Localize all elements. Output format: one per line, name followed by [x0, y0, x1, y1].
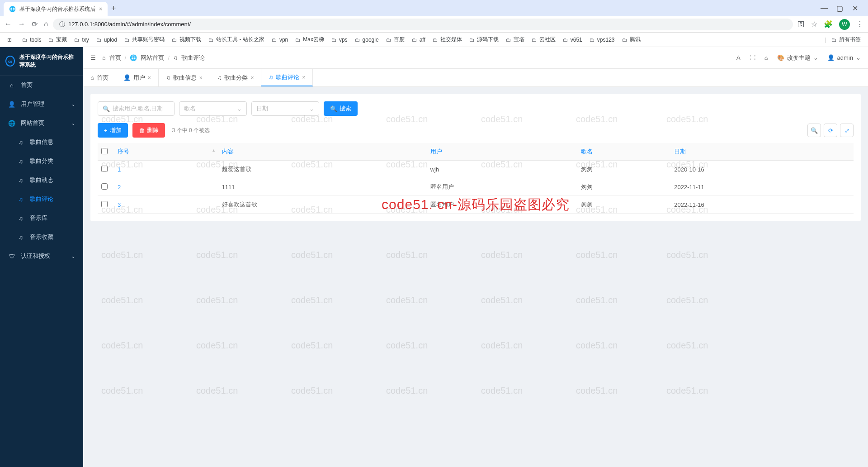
sidebar-item-user-mgmt[interactable]: 👤用户管理⌄	[0, 95, 83, 114]
theme-switcher[interactable]: 🎨 改变主题 ⌄	[777, 54, 818, 62]
col-song[interactable]: 歌名	[577, 143, 670, 161]
sidebar-item-song-comment[interactable]: ♫歌曲评论	[0, 190, 83, 209]
font-icon[interactable]: A	[736, 54, 741, 61]
sidebar-item-home[interactable]: ⌂首页	[0, 76, 83, 95]
key-icon[interactable]: ⚿	[797, 20, 805, 29]
sidebar-item-song-category[interactable]: ♫歌曲分类	[0, 152, 83, 171]
content-tab[interactable]: ♫歌曲分类×	[210, 69, 262, 86]
row-checkbox[interactable]	[101, 183, 108, 190]
new-tab-button[interactable]: +	[111, 4, 116, 13]
bookmark-item[interactable]: 🗀uplod	[94, 34, 120, 45]
app-logo[interactable]: ∞ 基于深度学习的音乐推荐系统	[0, 47, 83, 76]
bookmark-item[interactable]: 🗀宝藏	[46, 34, 70, 45]
sidebar-item-site-home[interactable]: 🌐网站首页⌄	[0, 114, 83, 133]
search-icon-button[interactable]: 🔍	[807, 124, 821, 137]
apps-icon[interactable]: ⊞	[5, 35, 14, 44]
bookmark-item[interactable]: 🗀txy	[71, 34, 91, 45]
watermark-text: code51.cn	[101, 340, 143, 351]
bookmark-item[interactable]: 🗀视频下载	[169, 34, 204, 45]
content-tab[interactable]: ⌂首页	[83, 69, 116, 86]
bookmark-item[interactable]: 🗀tools	[19, 34, 44, 45]
content-tab[interactable]: 👤用户×	[116, 69, 159, 86]
sidebar-item-song-dynamic[interactable]: ♫歌曲动态	[0, 171, 83, 190]
bookmark-item[interactable]: 🗀百度	[383, 34, 407, 45]
col-seq[interactable]: 序号▴	[114, 143, 218, 161]
cell-seq[interactable]: 3	[114, 196, 218, 214]
minimize-icon[interactable]: —	[820, 4, 828, 13]
delete-button[interactable]: 🗑 删除	[132, 123, 165, 138]
breadcrumb-home[interactable]: 首页	[109, 54, 121, 62]
cell-seq[interactable]: 1	[114, 161, 218, 178]
bookmark-item[interactable]: 🗀站长工具 - 站长之家	[206, 34, 267, 45]
bookmark-item[interactable]: 🗀社交媒体	[430, 34, 465, 45]
menu-toggle-icon[interactable]: ☰	[90, 54, 96, 61]
cell-seq[interactable]: 2	[114, 178, 218, 196]
search-icon: 🔍	[330, 105, 337, 112]
date-select[interactable]: 日期 ⌄	[251, 101, 319, 116]
row-checkbox[interactable]	[101, 166, 108, 172]
watermark-text: code51.cn	[196, 386, 238, 396]
user-menu[interactable]: 👤 admin ⌄	[827, 54, 861, 61]
back-icon[interactable]: ←	[5, 20, 12, 29]
search-button[interactable]: 🔍 搜索	[324, 101, 358, 116]
bookmark-item[interactable]: 🗀源码下载	[467, 34, 501, 45]
watermark-text: code51.cn	[576, 295, 618, 305]
bookmark-item[interactable]: 🗀vps	[329, 34, 350, 45]
plus-icon: +	[104, 127, 108, 134]
row-checkbox[interactable]	[101, 201, 108, 207]
content-area: 🔍 搜索用户,歌名,日期 歌名 ⌄ 日期 ⌄ 🔍 搜索	[83, 87, 868, 467]
profile-avatar[interactable]: W	[839, 19, 850, 30]
bookmark-item[interactable]: 🗀google	[352, 34, 382, 45]
fullscreen-icon[interactable]: ⛶	[750, 54, 755, 61]
col-date[interactable]: 日期	[670, 143, 854, 161]
bookmark-item[interactable]: 🗀aff	[409, 34, 428, 45]
shield-icon: 🛡	[8, 253, 15, 260]
bookmark-item[interactable]: 🗀腾讯	[619, 34, 643, 45]
home-icon[interactable]: ⌂	[764, 54, 768, 61]
sidebar-item-song-info[interactable]: ♫歌曲信息	[0, 133, 83, 152]
sidebar-item-music-fav[interactable]: ♫音乐收藏	[0, 228, 83, 247]
folder-icon: 🗀	[22, 37, 28, 43]
close-window-icon[interactable]: ✕	[851, 4, 859, 13]
watermark-text: code51.cn	[481, 340, 523, 351]
content-tab[interactable]: ♫歌曲评论×	[261, 69, 313, 86]
bookmark-all[interactable]: 🗀 所有书签	[829, 34, 863, 45]
sidebar-item-music-lib[interactable]: ♫音乐库	[0, 209, 83, 228]
bookmark-item[interactable]: 🗀vps123	[587, 34, 618, 45]
close-icon[interactable]: ×	[99, 6, 102, 12]
close-icon[interactable]: ×	[250, 75, 254, 81]
music-icon: ♫	[17, 196, 24, 203]
browser-tab[interactable]: 🌐 基于深度学习的音乐推荐系统后 ×	[4, 2, 108, 16]
col-user[interactable]: 用户	[427, 143, 578, 161]
search-input[interactable]: 🔍 搜索用户,歌名,日期	[98, 101, 175, 116]
bookmark-item[interactable]: 🗀共享账号密码	[122, 34, 167, 45]
add-button[interactable]: + 增加	[98, 123, 128, 138]
star-icon[interactable]: ☆	[811, 20, 817, 29]
globe-icon: 🌐	[130, 54, 137, 61]
home-icon[interactable]: ⌂	[44, 20, 48, 29]
content-tab[interactable]: ♫歌曲信息×	[159, 69, 210, 86]
maximize-icon[interactable]: ▢	[835, 4, 844, 13]
expand-icon-button[interactable]: ⤢	[840, 124, 854, 137]
reload-icon[interactable]: ⟳	[32, 20, 38, 29]
col-content[interactable]: 内容	[218, 143, 427, 161]
close-icon[interactable]: ×	[148, 75, 151, 81]
close-icon[interactable]: ×	[302, 74, 305, 81]
refresh-icon-button[interactable]: ⟳	[824, 124, 837, 137]
select-all-checkbox[interactable]	[101, 148, 108, 154]
extensions-icon[interactable]: 🧩	[824, 20, 833, 29]
bookmark-item[interactable]: 🗀云社区	[529, 34, 558, 45]
close-icon[interactable]: ×	[199, 75, 203, 81]
selection-info: 3 个中 0 个被选	[172, 127, 210, 134]
bookmark-item[interactable]: 🗀宝塔	[503, 34, 527, 45]
url-input[interactable]: ⓘ 127.0.0.1:8000/admin/#/admin/index/com…	[53, 19, 793, 30]
forward-icon[interactable]: →	[18, 20, 25, 29]
sidebar-item-auth[interactable]: 🛡认证和授权⌄	[0, 247, 83, 266]
song-select[interactable]: 歌名 ⌄	[179, 101, 247, 116]
cell-user: wjh	[427, 161, 578, 178]
breadcrumb-site[interactable]: 网站首页	[141, 54, 164, 62]
bookmark-item[interactable]: 🗀vpn	[269, 34, 291, 45]
bookmark-item[interactable]: 🗀Max云梯	[292, 34, 327, 45]
bookmark-item[interactable]: 🗀v651	[560, 34, 585, 45]
menu-icon[interactable]: ⋮	[856, 20, 863, 29]
